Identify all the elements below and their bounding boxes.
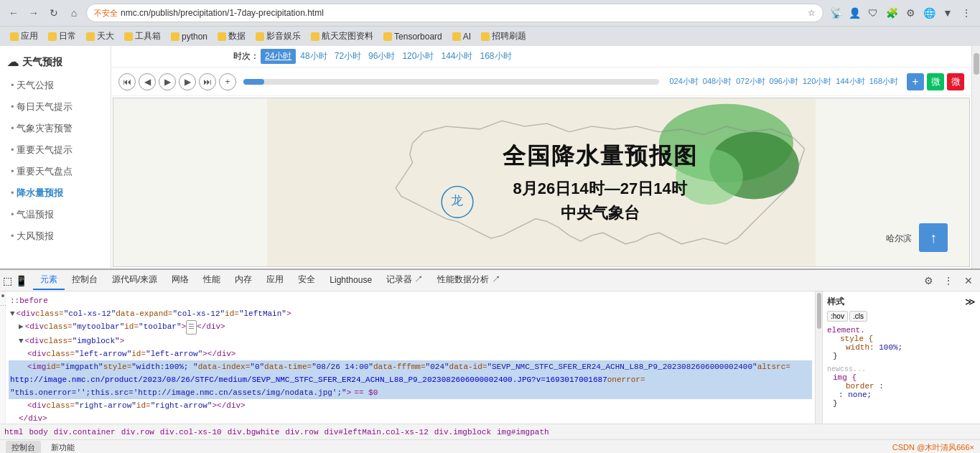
tab-application[interactable]: 应用 (259, 271, 291, 290)
bc-html[interactable]: html (4, 428, 23, 436)
bookmark-data[interactable]: 数据 (213, 29, 250, 44)
tl-096[interactable]: 096小时 (770, 76, 798, 87)
bc-imgblock[interactable]: div.imgblock (434, 428, 491, 436)
status-tab-new-feature[interactable]: 新功能 (45, 441, 80, 453)
sidebar-link[interactable]: 气象灾害预警 (17, 123, 73, 134)
sidebar-item-important[interactable]: 重要天气提示 (0, 139, 111, 161)
wechat-share-button[interactable]: 微 (927, 73, 944, 90)
extension3-icon[interactable]: ⚙ (902, 5, 918, 21)
tab-sources[interactable]: 源代码/来源 (105, 271, 164, 290)
tab-security[interactable]: 安全 (291, 271, 322, 290)
sidebar-link[interactable]: 重要天气提示 (17, 144, 73, 155)
bookmark-tianda[interactable]: 天大 (82, 29, 118, 44)
extension1-icon[interactable]: 🛡 (865, 5, 881, 21)
bookmark-jobs[interactable]: 招聘刷题 (477, 29, 531, 44)
devtools-overflow-button[interactable]: ⋮ (940, 272, 957, 289)
bookmark-apps[interactable]: 应用 (6, 29, 42, 44)
profile-icon[interactable]: 👤 (846, 5, 862, 21)
tl-048[interactable]: 048小时 (703, 76, 732, 87)
dom-div-leftmain[interactable]: ▼ <div class="col-xs-12" data-expand="co… (9, 307, 812, 320)
tab-console[interactable]: 控制台 (65, 271, 105, 290)
tab-memory[interactable]: 内存 (228, 271, 259, 290)
bookmark-python[interactable]: python (167, 30, 212, 43)
play-button[interactable]: ▶ (159, 73, 176, 90)
tab-elements[interactable]: 元素 (33, 271, 65, 290)
zoom-button[interactable]: + (219, 73, 236, 90)
time-48h[interactable]: 48小时 (297, 49, 330, 64)
devtools-close-button[interactable]: ✕ (960, 272, 977, 289)
sidebar-link[interactable]: 气温预报 (17, 209, 54, 220)
styles-expand-icon[interactable]: ≫ (965, 296, 976, 308)
sidebar-link[interactable]: 大风预报 (17, 230, 54, 241)
dom-div-left-arrow[interactable]: <div class="left-arrow" id="left-arrow" … (9, 347, 812, 360)
sidebar-item-precipitation[interactable]: 降水量预报 (0, 182, 111, 204)
bc-body[interactable]: body (29, 428, 47, 436)
tl-072[interactable]: 072小时 (736, 76, 765, 87)
prev-frame-button[interactable]: ◀ (139, 73, 156, 90)
weibo-share-button[interactable]: 微 (947, 73, 964, 90)
time-144h[interactable]: 144小时 (438, 49, 475, 64)
expand-icon[interactable]: ▼ (10, 307, 15, 320)
tab-recorder[interactable]: 记录器 ↗ (379, 271, 430, 290)
bookmark-star-icon[interactable]: ☆ (808, 8, 816, 18)
address-bar[interactable]: 不安全 nmc.cn/publish/precipitation/1-7day-… (86, 4, 823, 22)
bookmark-tensorboard[interactable]: Tensorboard (379, 30, 447, 43)
devtools-mobile-icon[interactable]: 📱 (15, 275, 27, 286)
dom-div-imgblock[interactable]: ▼ <div class="imgblock" > (9, 335, 812, 347)
dom-scrollbar-thumb[interactable] (817, 293, 821, 329)
tab-lighthouse[interactable]: Lighthouse (322, 272, 379, 289)
attr-src-val[interactable]: http://image.nmc.cn/product/2023/08/26/S… (10, 373, 607, 386)
sidebar-link[interactable]: 天气公报 (17, 80, 54, 90)
sidebar-item-disaster[interactable]: 气象灾害预警 (0, 118, 111, 139)
dom-before-pseudo[interactable]: ::before (9, 294, 812, 307)
sidebar-link-active[interactable]: 降水量预报 (17, 187, 63, 198)
forward-button[interactable]: → (26, 5, 42, 21)
scrollbar-thumb[interactable] (974, 53, 979, 75)
dom-div-toolbar[interactable]: ▶ <div class="mytoolbar" id="toolbar" > … (9, 320, 812, 335)
first-frame-button[interactable]: ⏮ (118, 73, 136, 90)
tl-168[interactable]: 168小时 (869, 76, 898, 87)
last-frame-button[interactable]: ⏭ (199, 73, 216, 90)
home-button[interactable]: ⌂ (66, 5, 82, 21)
dom-close-imgblock[interactable]: </div> (9, 412, 812, 424)
time-168h[interactable]: 168小时 (477, 49, 515, 64)
bookmark-tools[interactable]: 工具箱 (120, 29, 165, 44)
expand-icon[interactable]: ▶ (19, 320, 24, 333)
time-72h[interactable]: 72小时 (332, 49, 364, 64)
sidebar-link[interactable]: 每日天气提示 (17, 101, 73, 112)
dom-img-selected[interactable]: <img id="imgpath" style="width:100%; " d… (9, 360, 812, 399)
bookmark-media[interactable]: 影音娱乐 (251, 29, 305, 44)
time-96h[interactable]: 96小时 (365, 49, 398, 64)
extension2-icon[interactable]: 🧩 (884, 5, 900, 21)
expand-icon[interactable]: ▼ (19, 335, 24, 347)
dom-div-right-arrow[interactable]: <div class="right-arrow" id="right-arrow… (9, 399, 812, 412)
progress-bar[interactable] (243, 79, 659, 85)
sidebar-item-review[interactable]: 重要天气盘点 (0, 161, 111, 182)
scroll-top-button[interactable]: ↑ (919, 223, 948, 252)
bc-col-xs-10[interactable]: div.col-xs-10 (160, 428, 222, 436)
tl-144[interactable]: 144小时 (836, 76, 864, 87)
cast-icon[interactable]: 📡 (828, 5, 844, 21)
sidebar-item-temperature[interactable]: 气温预报 (0, 204, 111, 225)
sidebar-item-daily[interactable]: 每日天气提示 (0, 96, 111, 118)
bc-leftmain[interactable]: div#leftMain.col-xs-12 (325, 428, 429, 436)
bookmark-aerospace[interactable]: 航天宏图资料 (307, 29, 378, 44)
time-120h[interactable]: 120小时 (399, 49, 437, 64)
bookmark-ai[interactable]: AI (448, 30, 475, 43)
time-24h[interactable]: 24小时 (261, 49, 296, 64)
bc-bgwhite[interactable]: div.bgwhite (228, 428, 280, 436)
sidebar-item-bulletin[interactable]: 天气公报 (0, 75, 111, 96)
extension4-icon[interactable]: 🌐 (921, 5, 937, 21)
more-icon[interactable]: ⋮ (958, 5, 974, 21)
extension5-icon[interactable]: ▼ (940, 5, 956, 21)
filter-cls-button[interactable]: .cls (849, 311, 867, 322)
tab-performance[interactable]: 性能 (196, 271, 228, 290)
tl-024[interactable]: 024小时 (669, 76, 698, 87)
tab-network[interactable]: 网络 (164, 271, 196, 290)
sidebar-item-wind[interactable]: 大风预报 (0, 225, 111, 247)
tl-120[interactable]: 120小时 (803, 76, 831, 87)
bc-row[interactable]: div.row (121, 428, 154, 436)
filter-hov-button[interactable]: :hov (827, 311, 848, 322)
bookmark-daily[interactable]: 日常 (44, 29, 80, 44)
bc-row2[interactable]: div.row (285, 428, 318, 436)
